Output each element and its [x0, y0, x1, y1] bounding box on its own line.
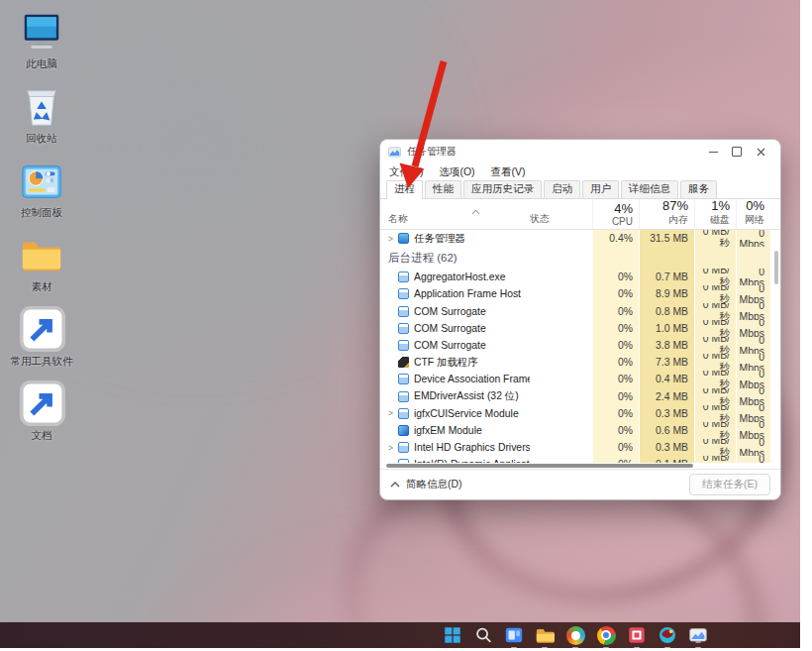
process-group-row[interactable]: 后台进程 (62) — [380, 247, 780, 269]
tab-用户[interactable]: 用户 — [582, 180, 619, 198]
process-disk: 0 MB/秒 — [694, 269, 736, 285]
desktop: 此电脑回收站控制面板素材常用工具软件文档 任务管理器 文件(F) 选项(O) 查… — [0, 0, 800, 648]
desktop-icon-folder-shortcut[interactable]: 常用工具软件 — [4, 307, 79, 367]
desktop-icon-folder[interactable]: 素材 — [4, 233, 79, 292]
process-cpu: 0% — [592, 405, 639, 422]
desktop-icon-folder-shortcut[interactable]: 文档 — [4, 381, 79, 441]
expand-chevron-icon[interactable]: > — [388, 443, 398, 453]
folder-shortcut-icon — [19, 381, 64, 427]
column-header-cpu[interactable]: 4% CPU — [592, 199, 639, 229]
process-disk: 0 MB/秒 — [694, 439, 736, 456]
disk-total-percent: 1% — [711, 199, 730, 213]
desktop-icon-recycle-bin[interactable]: 回收站 — [4, 84, 79, 144]
process-network: 0 Mbps — [736, 405, 770, 422]
tab-性能[interactable]: 性能 — [425, 180, 461, 198]
process-name: igfxEM Module — [414, 425, 482, 436]
expand-chevron-icon[interactable]: > — [388, 234, 398, 244]
taskbar-task-manager-icon[interactable] — [687, 624, 709, 646]
process-row[interactable]: COM Surrogate0%0.8 MB0 MB/秒0 Mbps — [380, 303, 780, 320]
column-header-name[interactable]: 名称 — [380, 199, 530, 229]
minimize-button[interactable] — [701, 140, 725, 163]
process-row[interactable]: CTF 加载程序0%7.3 MB0 MB/秒0 Mbps — [380, 354, 780, 371]
summary-toggle[interactable]: 简略信息(D) — [390, 478, 462, 491]
process-cpu: 0% — [592, 354, 639, 371]
taskbar-browser-icon[interactable] — [564, 624, 586, 646]
process-icon — [398, 374, 409, 384]
menu-file[interactable]: 文件(F) — [389, 165, 423, 179]
tab-bar: 进程性能应用历史记录启动用户详细信息服务 — [380, 181, 780, 199]
column-header-memory[interactable]: 87% 内存 — [639, 199, 694, 229]
tab-启动[interactable]: 启动 — [544, 180, 580, 198]
taskbar-chrome-icon[interactable] — [595, 624, 617, 646]
vertical-scrollbar[interactable] — [774, 245, 778, 473]
taskbar-office-app-icon[interactable] — [626, 624, 648, 646]
process-icon — [398, 357, 409, 368]
taskbar-file-explorer-icon[interactable] — [534, 624, 556, 646]
process-row[interactable]: >Intel(R) Dynamic Application ...0%0.1 M… — [380, 456, 780, 463]
process-row[interactable]: Application Frame Host0%8.9 MB0 MB/秒0 Mb… — [380, 285, 780, 302]
process-cpu: 0% — [592, 285, 639, 302]
menu-options[interactable]: 选项(O) — [439, 165, 474, 179]
tab-详细信息[interactable]: 详细信息 — [621, 180, 678, 198]
process-network: 0 Mbps — [736, 371, 770, 387]
process-row[interactable]: COM Surrogate0%3.8 MB0 MB/秒0 Mbps — [380, 337, 780, 354]
group-label: 后台进程 (62) — [388, 251, 457, 266]
process-row[interactable]: EMDriverAssist (32 位)0%2.4 MB0 MB/秒0 Mbp… — [380, 388, 780, 405]
close-icon — [757, 148, 765, 157]
maximize-button[interactable] — [725, 140, 749, 163]
process-name: igfxCUIService Module — [414, 408, 519, 419]
process-status — [530, 337, 592, 354]
taskbar-widgets-icon[interactable] — [503, 624, 525, 646]
desktop-icon-control-panel[interactable]: 控制面板 — [4, 159, 79, 218]
process-status — [530, 439, 592, 456]
process-row[interactable]: Device Association Framewo...0%0.4 MB0 M… — [380, 371, 780, 387]
horizontal-scrollbar[interactable] — [380, 463, 780, 469]
taskbar-map-app-icon[interactable] — [657, 624, 678, 646]
process-disk: 0 MB/秒 — [694, 456, 736, 463]
expand-chevron-icon[interactable]: > — [388, 408, 398, 418]
cpu-total-percent: 4% — [614, 202, 633, 216]
horizontal-scrollbar-thumb[interactable] — [386, 464, 693, 468]
column-header-network[interactable]: 0% 网络 — [736, 199, 770, 229]
process-memory: 3.8 MB — [639, 337, 694, 354]
column-header-disk[interactable]: 1% 磁盘 — [694, 199, 736, 229]
minimize-icon — [709, 152, 718, 153]
end-task-button[interactable]: 结束任务(E) — [689, 474, 770, 495]
menu-view[interactable]: 查看(V) — [491, 165, 526, 179]
process-status — [530, 388, 592, 405]
tab-服务[interactable]: 服务 — [680, 180, 717, 198]
process-row[interactable]: igfxEM Module0%0.6 MB0 MB/秒0 Mbps — [380, 422, 780, 439]
running-indicator — [695, 647, 701, 649]
process-memory: 31.5 MB — [639, 230, 694, 247]
desktop-icon-this-pc[interactable]: 此电脑 — [4, 10, 79, 69]
process-status — [530, 371, 592, 387]
process-network: 0 Mbps — [736, 422, 770, 439]
process-memory: 1.0 MB — [639, 320, 694, 337]
process-network: 0 Mbps — [736, 285, 770, 302]
process-memory: 0.1 MB — [639, 456, 694, 463]
running-indicator — [511, 647, 517, 649]
process-row[interactable]: >任务管理器0.4%31.5 MB0 MB/秒0 Mbps — [380, 230, 780, 247]
process-row[interactable]: >Intel HD Graphics Drivers for...0%0.3 M… — [380, 439, 780, 456]
tab-应用历史记录[interactable]: 应用历史记录 — [463, 180, 542, 198]
control-panel-icon — [19, 159, 64, 204]
process-network: 0 Mbps — [736, 439, 770, 456]
task-manager-window: 任务管理器 文件(F) 选项(O) 查看(V) 进程性能应用历史记录启动用户详细… — [379, 139, 781, 500]
tab-进程[interactable]: 进程 — [386, 180, 423, 198]
taskbar — [0, 622, 800, 648]
process-row[interactable]: >igfxCUIService Module0%0.3 MB0 MB/秒0 Mb… — [380, 405, 780, 422]
process-row[interactable]: COM Surrogate0%1.0 MB0 MB/秒0 Mbps — [380, 320, 780, 337]
taskbar-start-icon[interactable] — [442, 624, 463, 646]
process-network: 0 Mbps — [736, 303, 770, 320]
process-icon — [398, 288, 409, 299]
screenshot-root: 此电脑回收站控制面板素材常用工具软件文档 任务管理器 文件(F) 选项(O) 查… — [0, 0, 812, 651]
process-cpu: 0% — [592, 303, 639, 320]
process-row[interactable]: AggregatorHost.exe0%0.7 MB0 MB/秒0 Mbps — [380, 269, 780, 285]
this-pc-icon — [19, 10, 64, 55]
column-header-status[interactable]: 状态 — [530, 199, 592, 229]
taskbar-search-icon[interactable] — [472, 624, 494, 646]
window-titlebar[interactable]: 任务管理器 — [380, 140, 780, 163]
process-disk: 0 MB/秒 — [694, 405, 736, 422]
close-button[interactable] — [749, 140, 772, 163]
vertical-scrollbar-thumb[interactable] — [774, 251, 778, 284]
